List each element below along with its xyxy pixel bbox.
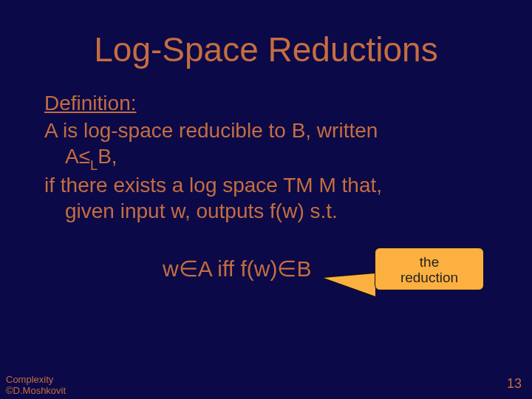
slide: Log-Space Reductions Definition: A is lo… <box>0 0 532 399</box>
l2-sub: L <box>90 158 98 173</box>
callout-tail <box>324 273 375 296</box>
footer-left: Complexity ©D.Moshkovit <box>6 375 66 396</box>
slide-body: Definition: A is log-space reducible to … <box>44 90 488 301</box>
footer-course: Complexity <box>6 375 66 385</box>
slide-title: Log-Space Reductions <box>44 30 488 69</box>
page-number: 13 <box>507 376 522 392</box>
body-line-4: given input w, outputs f(w) s.t. <box>44 198 488 224</box>
body-line-1: A is log-space reducible to B, written <box>44 117 488 143</box>
callout-box: the reduction <box>375 248 484 290</box>
body-line-2: A≤LB, <box>44 143 488 172</box>
leq-symbol: ≤ <box>79 145 90 168</box>
formula: w∈A iff f(w)∈B <box>163 255 311 283</box>
definition-label: Definition: <box>44 90 137 116</box>
callout-line-2: reduction <box>400 270 458 286</box>
l2-pre: A <box>65 145 79 168</box>
formula-row: w∈A iff f(w)∈B the reduction <box>44 249 488 301</box>
callout-line-1: the <box>420 254 439 270</box>
body-line-3: if there exists a log space TM M that, <box>44 172 488 198</box>
l2-post: B, <box>98 145 117 168</box>
footer-author: ©D.Moshkovit <box>6 386 66 396</box>
